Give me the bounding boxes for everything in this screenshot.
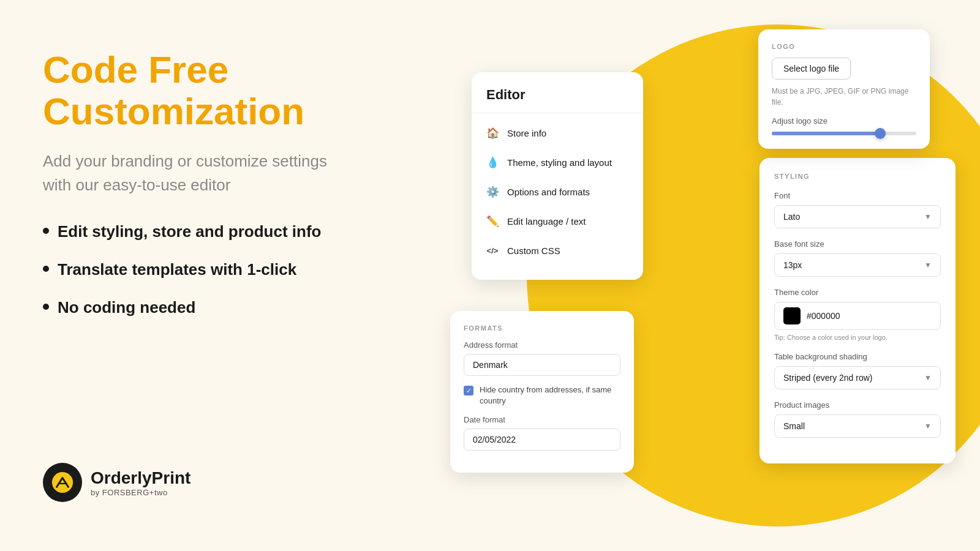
font-label: Font xyxy=(774,191,941,200)
checkbox-label: Hide country from addresses, if same cou… xyxy=(480,384,620,407)
date-format-value[interactable]: 02/05/2022 xyxy=(464,429,620,451)
theme-color-label: Theme color xyxy=(774,288,941,297)
editor-card: Editor 🏠 Store info 💧 Theme, styling and… xyxy=(472,72,643,280)
color-tip: Tip: Choose a color used in your logo. xyxy=(774,334,941,341)
product-images-label: Product images xyxy=(774,400,941,410)
select-logo-button[interactable]: Select logo file xyxy=(772,58,851,80)
brand-sub: by FORSBERG+two xyxy=(91,488,190,497)
base-font-label: Base font size xyxy=(774,239,941,249)
font-field-group: Font Lato ▼ xyxy=(774,191,941,228)
slider-thumb[interactable] xyxy=(875,128,886,139)
base-font-select[interactable]: 13px ▼ xyxy=(774,253,941,277)
bullet-dot xyxy=(43,304,49,310)
subtitle: Add your branding or customize settings … xyxy=(43,149,337,197)
brand-name: OrderlyPrint xyxy=(91,468,190,488)
address-format-value[interactable]: Denmark xyxy=(464,354,620,376)
styling-section-label: STYLING xyxy=(774,173,941,180)
theme-color-input[interactable]: #000000 xyxy=(774,302,941,330)
product-images-select[interactable]: Small ▼ xyxy=(774,414,941,438)
chevron-down-icon: ▼ xyxy=(924,373,932,382)
svg-point-0 xyxy=(52,472,73,493)
bullet-dot xyxy=(43,266,49,272)
chevron-down-icon: ▼ xyxy=(924,212,932,221)
formats-section-label: FORMATS xyxy=(464,324,620,332)
menu-item-language[interactable]: ✏️ Edit language / text xyxy=(472,206,643,236)
code-icon: </> xyxy=(486,244,499,257)
menu-item-options[interactable]: ⚙️ Options and formats xyxy=(472,177,643,206)
table-bg-select[interactable]: Striped (every 2nd row) ▼ xyxy=(774,366,941,389)
theme-color-field-group: Theme color #000000 Tip: Choose a color … xyxy=(774,288,941,341)
product-images-field-group: Product images Small ▼ xyxy=(774,400,941,438)
logo-hint-text: Must be a JPG, JPEG, GIF or PNG image fi… xyxy=(772,86,916,108)
brand-logo: OrderlyPrint by FORSBERG+two xyxy=(43,463,374,502)
bullet-dot xyxy=(43,228,49,234)
color-swatch xyxy=(783,307,801,324)
home-icon: 🏠 xyxy=(486,127,499,139)
logo-section-label: LOGO xyxy=(772,43,916,50)
menu-item-css[interactable]: </> Custom CSS xyxy=(472,236,643,265)
edit-icon: ✏️ xyxy=(486,215,499,227)
brand-logo-icon xyxy=(43,463,82,502)
left-content: Code Free Customization Add your brandin… xyxy=(43,49,374,438)
gear-icon: ⚙️ xyxy=(486,186,499,198)
bullet-list: Edit styling, store and product info Tra… xyxy=(43,222,374,318)
menu-item-store-info[interactable]: 🏠 Store info xyxy=(472,118,643,148)
color-value: #000000 xyxy=(807,311,840,321)
bullet-item-1: Edit styling, store and product info xyxy=(43,222,374,242)
brand-name-group: OrderlyPrint by FORSBERG+two xyxy=(91,468,190,497)
left-panel: Code Free Customization Add your brandin… xyxy=(0,0,417,551)
font-select[interactable]: Lato ▼ xyxy=(774,205,941,228)
main-title: Code Free Customization xyxy=(43,49,374,132)
logo-size-slider[interactable] xyxy=(772,132,916,135)
editor-card-title: Editor xyxy=(472,87,643,113)
slider-fill xyxy=(772,132,880,135)
base-font-field-group: Base font size 13px ▼ xyxy=(774,239,941,277)
chevron-down-icon: ▼ xyxy=(924,261,932,269)
date-format-label: Date format xyxy=(464,415,620,424)
formats-card: FORMATS Address format Denmark ✓ Hide co… xyxy=(450,311,634,473)
theme-icon: 💧 xyxy=(486,156,499,168)
table-bg-field-group: Table background shading Striped (every … xyxy=(774,352,941,389)
hide-country-checkbox-row[interactable]: ✓ Hide country from addresses, if same c… xyxy=(464,384,620,407)
right-panel: Editor 🏠 Store info 💧 Theme, styling and… xyxy=(417,0,980,551)
bullet-item-2: Translate templates with 1-click xyxy=(43,260,374,280)
menu-item-theme[interactable]: 💧 Theme, styling and layout xyxy=(472,148,643,177)
address-format-label: Address format xyxy=(464,340,620,350)
table-bg-label: Table background shading xyxy=(774,352,941,361)
adjust-logo-label: Adjust logo size xyxy=(772,116,916,126)
chevron-down-icon: ▼ xyxy=(924,422,932,430)
bullet-item-3: No coding needed xyxy=(43,298,374,318)
logo-settings-card: LOGO Select logo file Must be a JPG, JPE… xyxy=(758,29,930,149)
checkbox-icon: ✓ xyxy=(464,386,473,395)
styling-card: STYLING Font Lato ▼ Base font size 13px … xyxy=(760,158,956,463)
